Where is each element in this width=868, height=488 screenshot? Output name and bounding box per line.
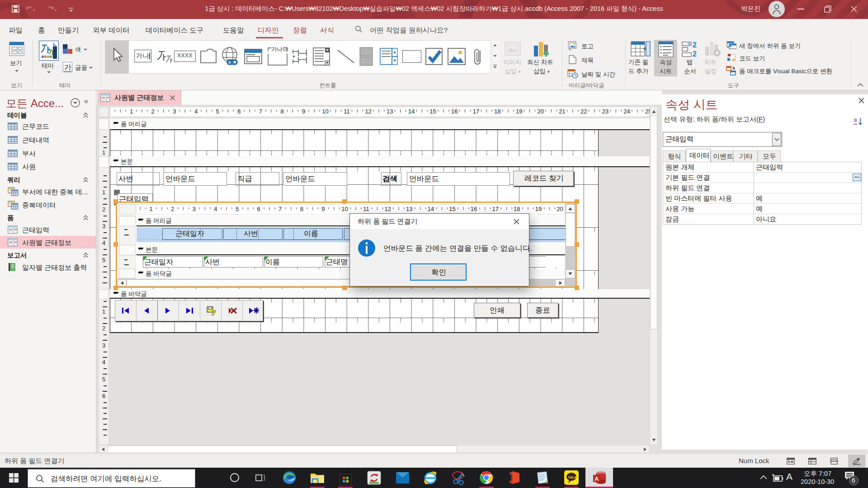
svg-text:ㅎ: ㅎ [853,117,858,123]
svg-text:...: ... [207,313,209,315]
svg-text:A: A [594,475,599,482]
svg-text:2: 2 [693,41,697,49]
svg-text:TALK: TALK [568,475,577,479]
svg-text:2: 2 [693,50,697,57]
